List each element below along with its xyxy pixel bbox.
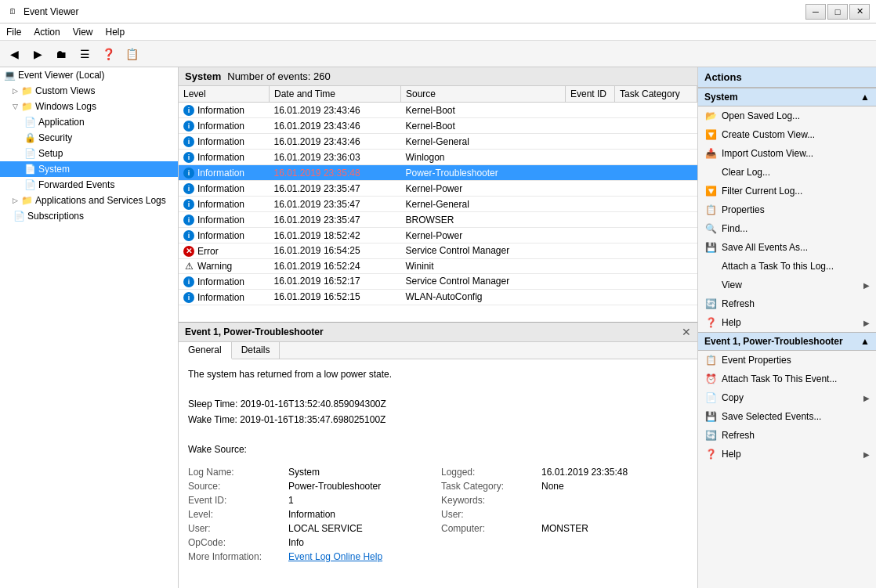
action-help-system[interactable]: ❓ Help ▶ (698, 313, 876, 332)
action-attach-task-event[interactable]: ⏰ Attach Task To This Event... (698, 370, 876, 388)
date-cell: 16.01.2019 23:43:46 (269, 118, 400, 134)
action-find[interactable]: 🔍 Find... (698, 219, 876, 238)
events-table: Level Date and Time Source Event ID Task… (179, 86, 697, 305)
table-row[interactable]: i Information16.01.2019 23:36:03Winlogon (179, 150, 697, 165)
security-icon: 🔒 (24, 132, 36, 144)
help-arrow: ▶ (863, 319, 870, 327)
level-cell: i Information (183, 230, 244, 241)
col-header-category[interactable]: Task Category (614, 86, 697, 103)
action-copy[interactable]: 📄 Copy ▶ (698, 388, 876, 407)
source-cell: Wininit (400, 258, 565, 273)
col-header-id[interactable]: Event ID (565, 86, 614, 103)
menu-help[interactable]: Help (100, 25, 132, 39)
sidebar-item-windows-logs[interactable]: ▽ 📁 Windows Logs (0, 99, 178, 114)
level-cell: i Information (183, 183, 244, 194)
application-icon: 📄 (24, 116, 36, 128)
toolbar-extra[interactable]: 📋 (121, 44, 143, 64)
tab-details[interactable]: Details (232, 342, 281, 359)
table-row[interactable]: i Information16.01.2019 23:43:46Kernel-G… (179, 134, 697, 150)
table-row[interactable]: i Information16.01.2019 23:35:47BROWSER (179, 212, 697, 228)
table-row[interactable]: i Information16.01.2019 23:35:47Kernel-G… (179, 197, 697, 212)
action-refresh-system[interactable]: 🔄 Refresh (698, 294, 876, 313)
info-icon: i (183, 199, 194, 210)
level-cell: i Information (183, 105, 244, 116)
more-info-label: More Information: (188, 551, 282, 562)
date-cell: 16.01.2019 23:43:46 (269, 134, 400, 150)
event-table[interactable]: Level Date and Time Source Event ID Task… (179, 86, 697, 322)
opcode-label: OpCode: (188, 537, 282, 548)
sidebar-system-label: System (38, 164, 70, 175)
action-view[interactable]: View ▶ (698, 276, 876, 294)
wake-source-label: Wake Source: (188, 444, 247, 455)
action-attach-task-log[interactable]: Attach a Task To this Log... (698, 257, 876, 276)
sidebar-item-forwarded-events[interactable]: 📄 Forwarded Events (0, 177, 178, 193)
toolbar-help[interactable]: ❓ (97, 44, 119, 64)
id-cell (565, 197, 614, 212)
task-category-label: Task Category: (441, 481, 535, 492)
sidebar-item-security[interactable]: 🔒 Security (0, 130, 178, 146)
table-row[interactable]: i Information16.01.2019 18:52:42Kernel-P… (179, 228, 697, 243)
action-properties[interactable]: 📋 Properties (698, 200, 876, 219)
menu-view[interactable]: View (67, 25, 100, 39)
toolbar-up[interactable]: 🖿 (50, 44, 72, 64)
sidebar-root[interactable]: 💻 Event Viewer (Local) (0, 67, 178, 83)
level-cell: i Information (183, 168, 244, 179)
action-filter-log[interactable]: 🔽 Filter Current Log... (698, 182, 876, 200)
date-cell: 16.01.2019 23:35:47 (269, 197, 400, 212)
table-row[interactable]: i Information16.01.2019 23:43:46Kernel-B… (179, 103, 697, 118)
table-row[interactable]: i Information16.01.2019 23:35:47Kernel-P… (179, 181, 697, 197)
sidebar-item-custom-views[interactable]: ▷ 📁 Custom Views (0, 83, 178, 99)
action-refresh-event[interactable]: 🔄 Refresh (698, 426, 876, 445)
col-header-level[interactable]: Level (179, 86, 269, 103)
col-header-date[interactable]: Date and Time (269, 86, 400, 103)
toolbar-show[interactable]: ☰ (74, 44, 96, 64)
help-system-icon: ❓ (704, 316, 717, 329)
sidebar-item-application[interactable]: 📄 Application (0, 114, 178, 130)
table-row[interactable]: ✕ Error16.01.2019 16:54:25Service Contro… (179, 243, 697, 259)
table-row[interactable]: i Information16.01.2019 23:43:46Kernel-B… (179, 118, 697, 134)
minimize-button[interactable]: ─ (805, 4, 826, 20)
sidebar-application-label: Application (38, 117, 85, 128)
more-info-link[interactable]: Event Log Online Help (288, 551, 382, 562)
sidebar-item-subscriptions[interactable]: 📄 Subscriptions (0, 208, 178, 224)
detail-header: Event 1, Power-Troubleshooter ✕ (179, 323, 697, 342)
menu-file[interactable]: File (0, 25, 27, 39)
table-row[interactable]: ⚠ Warning16.01.2019 16:52:24Wininit (179, 258, 697, 273)
level-label: Level: (188, 509, 282, 520)
user-label2: User: (188, 523, 282, 534)
action-help-event[interactable]: ❓ Help ▶ (698, 445, 876, 464)
action-save-selected[interactable]: 💾 Save Selected Events... (698, 407, 876, 426)
sidebar-item-setup[interactable]: 📄 Setup (0, 146, 178, 161)
toolbar-forward[interactable]: ▶ (27, 44, 49, 64)
action-import-custom-view[interactable]: 📥 Import Custom View... (698, 144, 876, 163)
id-cell (565, 243, 614, 259)
action-clear-log[interactable]: Clear Log... (698, 163, 876, 182)
toolbar-back[interactable]: ◀ (3, 44, 25, 64)
sidebar-item-app-services[interactable]: ▷ 📁 Applications and Services Logs (0, 193, 178, 208)
col-header-source[interactable]: Source (400, 86, 565, 103)
system-section-label: System (704, 92, 738, 103)
event-table-wrapper: Level Date and Time Source Event ID Task… (179, 86, 697, 322)
action-event-properties[interactable]: 📋 Event Properties (698, 351, 876, 370)
sidebar-item-system[interactable]: 📄 System (0, 161, 178, 177)
id-cell (565, 212, 614, 228)
sidebar-subscriptions-label: Subscriptions (27, 211, 84, 222)
import-view-icon: 📥 (704, 147, 717, 160)
user-label: User: (441, 509, 535, 520)
category-cell (614, 243, 697, 259)
table-row[interactable]: i Information16.01.2019 23:35:48Power-Tr… (179, 165, 697, 181)
date-cell: 16.01.2019 23:43:46 (269, 103, 400, 118)
save-selected-label: Save Selected Events... (722, 411, 821, 422)
table-row[interactable]: i Information16.01.2019 16:52:15WLAN-Aut… (179, 289, 697, 305)
action-save-all-events[interactable]: 💾 Save All Events As... (698, 238, 876, 257)
action-create-custom-view[interactable]: 🔽 Create Custom View... (698, 125, 876, 144)
close-button[interactable]: ✕ (849, 4, 870, 20)
action-open-saved-log[interactable]: 📂 Open Saved Log... (698, 106, 876, 125)
id-cell (565, 228, 614, 243)
table-row[interactable]: i Information16.01.2019 16:52:17Service … (179, 273, 697, 289)
event-section-label: Event 1, Power-Troubleshooter (704, 336, 843, 347)
tab-general[interactable]: General (179, 342, 232, 359)
maximize-button[interactable]: □ (827, 4, 848, 20)
menu-action[interactable]: Action (27, 25, 66, 39)
detail-close-button[interactable]: ✕ (682, 326, 691, 338)
